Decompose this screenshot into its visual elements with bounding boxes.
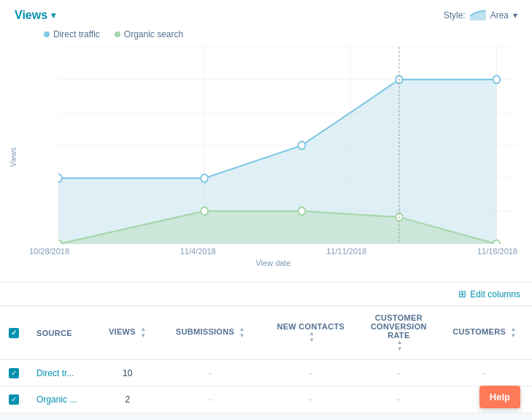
style-control: Style: Area ▾ (444, 10, 517, 20)
direct-dot-5 (493, 76, 501, 84)
row1-customers: - (437, 360, 532, 386)
sort-up: ▲ (309, 331, 315, 337)
chart-svg: 6 5 4 3 2 1 0 (58, 47, 517, 244)
check-icon: ✓ (11, 329, 17, 337)
customers-sort-arrows: ▲ ▼ (510, 327, 516, 339)
x-tick-3: 11/11/2018 (326, 247, 366, 256)
sort-up: ▲ (510, 327, 516, 332)
organic-dot-3 (298, 207, 306, 215)
organic-dot-5 (493, 240, 501, 244)
organic-dot-2 (201, 207, 208, 215)
table-body: ✓ Direct tr... 10 - - - - ✓ (0, 360, 532, 413)
row1-source-link[interactable]: Direct tr... (36, 368, 74, 378)
row2-customer-conversion: - (361, 386, 437, 413)
x-axis-ticks: 10/28/2018 11/4/2018 11/11/2018 11/18/20… (29, 247, 517, 256)
new-contacts-sort-arrows: ▲ ▼ (309, 331, 315, 343)
x-tick-4: 11/18/2018 (477, 247, 517, 256)
th-source[interactable]: SOURCE (28, 306, 96, 360)
row2-source-link[interactable]: Organic ... (36, 394, 77, 405)
th-conversion-multiline: CUSTOMER CONVERSION RATE (369, 313, 428, 340)
row1-views: 10 (96, 360, 160, 386)
legend-direct-traffic: Direct traffic (44, 29, 100, 39)
th-source-label: SOURCE (36, 329, 72, 337)
direct-dot-1 (58, 175, 62, 183)
y-axis-label: Views (9, 148, 18, 167)
th-views-label: VIEWS (109, 327, 136, 336)
main-container: Views ▾ Style: Area ▾ Direct traffic Org… (0, 0, 532, 413)
row1-checkbox[interactable]: ✓ (9, 368, 19, 378)
direct-traffic-label: Direct traffic (53, 29, 100, 39)
row2-views: 2 (96, 386, 160, 413)
views-sort-arrows: ▲ ▼ (140, 327, 146, 339)
th-views[interactable]: VIEWS ▲ ▼ (96, 306, 160, 360)
edit-columns-button[interactable]: ⊞ Edit columns (458, 289, 520, 299)
legend-organic-search: Organic search (115, 29, 183, 39)
edit-columns-label: Edit columns (470, 289, 520, 299)
row2-source: Organic ... (28, 386, 96, 413)
table-row: ✓ Organic ... 2 - - - - (0, 386, 532, 413)
submissions-sort-arrows: ▲ ▼ (239, 327, 244, 339)
x-tick-2: 11/4/2018 (180, 247, 216, 256)
th-customers[interactable]: CUSTOMERS ▲ ▼ (437, 306, 532, 360)
row1-submissions: - (160, 360, 261, 386)
chart-header: Views ▾ Style: Area ▾ (15, 9, 517, 22)
sort-up: ▲ (397, 340, 403, 345)
sort-down: ▼ (239, 333, 244, 339)
sort-up: ▲ (140, 327, 146, 332)
style-label: Style: (444, 10, 466, 20)
chart-area: 6 5 4 3 2 1 0 (58, 47, 517, 244)
sort-up: ▲ (239, 327, 244, 332)
th-customer-conversion[interactable]: CUSTOMER CONVERSION RATE ▲ ▼ (361, 306, 437, 360)
th-customers-label: CUSTOMERS (452, 327, 506, 336)
organic-search-label: Organic search (124, 29, 183, 39)
conversion-sort-arrows: ▲ ▼ (397, 340, 403, 352)
x-tick-1: 10/28/2018 (29, 247, 69, 256)
direct-dot-3 (298, 142, 306, 150)
x-axis-label: View date (29, 259, 517, 267)
help-button[interactable]: Help (479, 386, 520, 408)
th-new-contacts[interactable]: NEW CONTACTS ▲ ▼ (261, 306, 361, 360)
table-row: ✓ Direct tr... 10 - - - - (0, 360, 532, 386)
sort-down: ▼ (140, 333, 146, 339)
organic-search-dot (115, 31, 120, 37)
table-toolbar: ⊞ Edit columns (0, 283, 532, 306)
table-section: ⊞ Edit columns ✓ SOURCE VIEWS (0, 283, 532, 413)
area-style-icon (470, 10, 486, 20)
table-header-row: ✓ SOURCE VIEWS ▲ ▼ SUBMISSIONS (0, 306, 532, 360)
data-table: ✓ SOURCE VIEWS ▲ ▼ SUBMISSIONS (0, 306, 532, 413)
views-title[interactable]: Views ▾ (15, 9, 55, 22)
row2-checkbox[interactable]: ✓ (9, 394, 19, 405)
direct-traffic-dot (44, 31, 50, 37)
direct-dot-2 (201, 175, 208, 183)
check-icon: ✓ (11, 370, 17, 377)
sort-down: ▼ (510, 333, 516, 339)
table-header: ✓ SOURCE VIEWS ▲ ▼ SUBMISSIONS (0, 306, 532, 360)
sort-down: ▼ (309, 337, 315, 343)
row2-new-contacts: - (261, 386, 361, 413)
row1-source: Direct tr... (28, 360, 96, 386)
th-submissions-label: SUBMISSIONS (176, 327, 234, 336)
chart-section: Views ▾ Style: Area ▾ Direct traffic Org… (0, 0, 532, 283)
sort-down: ▼ (397, 346, 403, 352)
row2-checkbox-cell: ✓ (0, 386, 28, 413)
style-dropdown-icon[interactable]: ▾ (513, 10, 517, 20)
th-conversion-label: CUSTOMER CONVERSION RATE (369, 313, 428, 340)
chart-legend: Direct traffic Organic search (44, 29, 517, 39)
style-type-label: Area (490, 10, 509, 20)
th-submissions[interactable]: SUBMISSIONS ▲ ▼ (160, 306, 261, 360)
views-caret-icon: ▾ (51, 10, 55, 20)
th-checkbox: ✓ (0, 306, 28, 360)
row2-submissions: - (160, 386, 261, 413)
views-label: Views (15, 9, 47, 22)
row1-new-contacts: - (261, 360, 361, 386)
check-icon: ✓ (11, 396, 17, 403)
select-all-checkbox[interactable]: ✓ (9, 328, 19, 338)
row1-customer-conversion: - (361, 360, 437, 386)
row1-checkbox-cell: ✓ (0, 360, 28, 386)
edit-columns-icon: ⊞ (458, 289, 466, 299)
